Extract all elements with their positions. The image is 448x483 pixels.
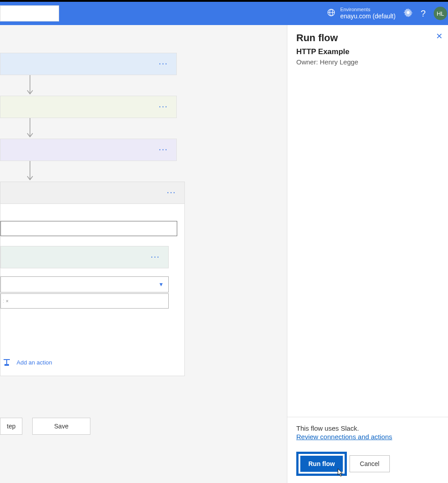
flow-step-4-header[interactable]: ··· bbox=[0, 182, 185, 204]
help-icon[interactable]: ? bbox=[421, 8, 426, 19]
run-flow-button[interactable]: Run flow bbox=[300, 456, 343, 472]
arrow-connector bbox=[23, 161, 37, 182]
panel-title: Run flow bbox=[296, 32, 439, 44]
panel-owner: Owner: Henry Legge bbox=[296, 58, 439, 66]
avatar[interactable]: HL bbox=[434, 7, 447, 20]
close-icon[interactable]: ✕ bbox=[436, 31, 443, 41]
more-icon[interactable]: ··· bbox=[151, 254, 160, 261]
token-field[interactable]: : × bbox=[0, 293, 169, 309]
arrow-connector bbox=[23, 75, 37, 96]
flow-step-2[interactable]: ··· bbox=[0, 96, 177, 118]
more-icon[interactable]: ··· bbox=[167, 189, 176, 196]
cancel-button[interactable]: Cancel bbox=[350, 455, 390, 472]
dropdown-field[interactable]: ▼ bbox=[0, 276, 169, 292]
environment-picker[interactable]: Environments enayu.com (default) bbox=[327, 7, 396, 20]
more-icon[interactable]: ··· bbox=[159, 103, 168, 110]
environment-name: enayu.com (default) bbox=[340, 13, 396, 20]
token-remove-icon[interactable]: × bbox=[6, 298, 9, 304]
add-action-label: Add an action bbox=[17, 359, 52, 366]
run-flow-panel: Run flow ✕ HTTP Example Owner: Henry Leg… bbox=[287, 25, 448, 483]
new-step-button[interactable]: tep bbox=[0, 418, 22, 435]
more-icon[interactable]: ··· bbox=[159, 146, 168, 153]
review-connections-link[interactable]: Review connections and actions bbox=[296, 433, 392, 441]
flow-step-4-body: ··· ▼ : × Add an action bbox=[0, 204, 185, 376]
gear-icon[interactable] bbox=[404, 8, 413, 19]
inner-action-header[interactable]: ··· bbox=[0, 246, 169, 268]
flow-field-input[interactable] bbox=[0, 221, 177, 236]
search-input[interactable] bbox=[0, 5, 59, 21]
flow-step-3[interactable]: ··· bbox=[0, 139, 177, 161]
app-header: Environments enayu.com (default) ? HL bbox=[0, 2, 448, 25]
panel-uses-text: This flow uses Slack. bbox=[296, 424, 439, 432]
more-icon[interactable]: ··· bbox=[159, 60, 168, 68]
add-action-button[interactable]: Add an action bbox=[2, 358, 184, 367]
svg-rect-9 bbox=[4, 364, 9, 366]
environment-label: Environments bbox=[340, 7, 396, 13]
add-action-icon bbox=[2, 358, 11, 367]
globe-icon bbox=[327, 8, 336, 19]
save-button[interactable]: Save bbox=[32, 418, 90, 435]
flow-canvas: ··· ··· ··· ··· ··· ▼ : × bbox=[0, 25, 448, 483]
arrow-connector bbox=[23, 118, 37, 139]
panel-subtitle: HTTP Example bbox=[296, 47, 439, 56]
chevron-down-icon: ▼ bbox=[158, 281, 164, 288]
flow-step-1[interactable]: ··· bbox=[0, 53, 177, 75]
